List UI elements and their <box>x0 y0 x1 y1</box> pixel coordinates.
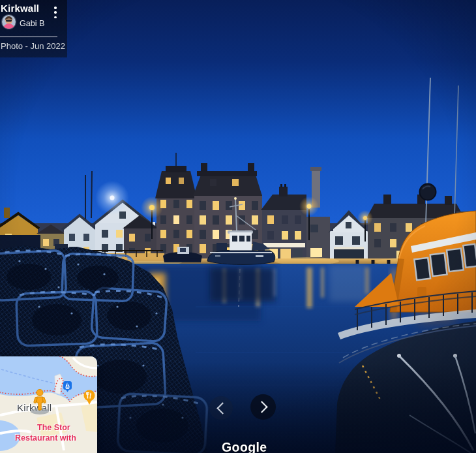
author-name: Gabi B <box>20 19 44 28</box>
photo-date: Photo - Jun 2022 <box>1 41 65 51</box>
divider <box>0 37 57 37</box>
google-watermark: Google <box>222 440 267 453</box>
poi-label-line1: The Stor <box>37 422 70 433</box>
minimap[interactable]: Kirkwall The Stor Restaurant with <box>0 356 97 453</box>
chevron-right-icon <box>256 401 267 413</box>
poi-label-line2: Restaurant with <box>15 433 76 443</box>
prev-photo-button[interactable] <box>209 396 233 420</box>
avatar[interactable] <box>2 15 16 29</box>
next-photo-button[interactable] <box>250 394 276 420</box>
chevron-left-icon <box>216 402 228 414</box>
kebab-menu-icon <box>54 7 57 9</box>
avatar-image <box>2 15 16 29</box>
more-options-button[interactable] <box>51 5 60 20</box>
street-view-photo[interactable]: Kirkwall Gabi B Photo - Jun 2022 <box>0 0 476 453</box>
photo-title: Kirkwall <box>1 3 39 14</box>
photo-info-card: Kirkwall Gabi B Photo - Jun 2022 <box>0 0 67 57</box>
